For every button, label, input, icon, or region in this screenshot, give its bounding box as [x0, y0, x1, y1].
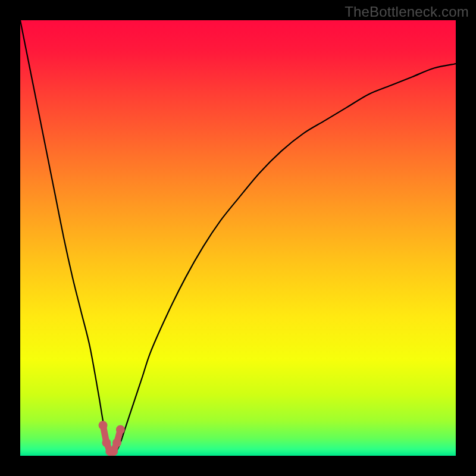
marker-dot	[109, 447, 118, 456]
marker-dot	[99, 421, 108, 430]
chart-frame: TheBottleneck.com	[0, 0, 476, 476]
bottleneck-curve	[20, 20, 456, 452]
plot-area	[20, 20, 456, 456]
marker-dot	[116, 425, 125, 434]
bottom-markers	[99, 421, 125, 456]
marker-dot	[102, 439, 111, 447]
watermark-text: TheBottleneck.com	[345, 4, 469, 20]
marker-dot	[112, 439, 121, 447]
chart-curve-layer	[20, 20, 456, 456]
